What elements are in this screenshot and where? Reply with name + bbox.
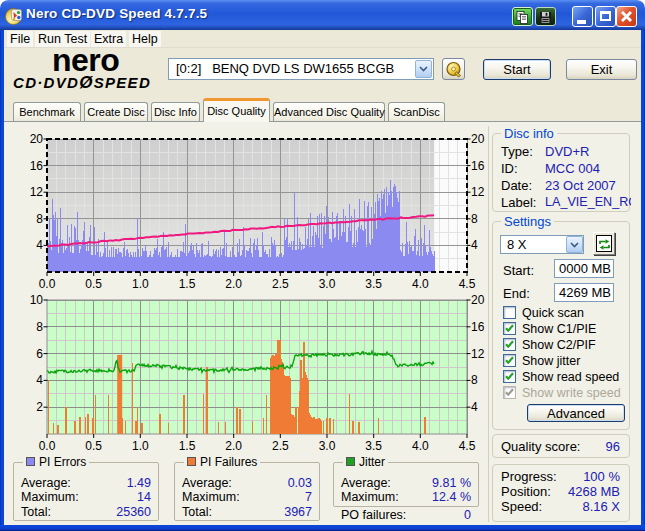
svg-text:3.0: 3.0 (319, 439, 336, 453)
svg-text:16: 16 (471, 320, 485, 334)
svg-text:8: 8 (36, 320, 43, 334)
svg-text:0.0: 0.0 (39, 277, 56, 291)
svg-text:10: 10 (30, 293, 44, 307)
svg-text:20: 20 (30, 132, 44, 146)
svg-text:4: 4 (471, 238, 478, 252)
svg-text:0.5: 0.5 (85, 439, 102, 453)
svg-text:3.0: 3.0 (319, 277, 336, 291)
svg-text:12: 12 (471, 347, 485, 361)
svg-text:0.0: 0.0 (39, 439, 56, 453)
svg-text:4.5: 4.5 (459, 277, 476, 291)
svg-text:3.5: 3.5 (365, 439, 382, 453)
svg-text:2.0: 2.0 (225, 439, 242, 453)
svg-text:2.5: 2.5 (272, 439, 289, 453)
svg-text:16: 16 (471, 159, 485, 173)
svg-text:3.5: 3.5 (365, 277, 382, 291)
svg-text:8: 8 (471, 212, 478, 226)
svg-text:4.0: 4.0 (412, 439, 429, 453)
svg-text:0.5: 0.5 (85, 277, 102, 291)
svg-text:12: 12 (471, 185, 485, 199)
svg-text:4: 4 (36, 373, 43, 387)
svg-text:1.0: 1.0 (132, 277, 149, 291)
svg-text:6: 6 (36, 347, 43, 361)
svg-text:16: 16 (30, 159, 44, 173)
svg-text:4.5: 4.5 (459, 439, 476, 453)
svg-text:1.5: 1.5 (179, 277, 196, 291)
svg-text:1.0: 1.0 (132, 439, 149, 453)
svg-text:8: 8 (471, 373, 478, 387)
svg-text:20: 20 (471, 293, 485, 307)
svg-text:12: 12 (30, 185, 44, 199)
svg-text:20: 20 (471, 132, 485, 146)
svg-text:2.5: 2.5 (272, 277, 289, 291)
svg-text:4.0: 4.0 (412, 277, 429, 291)
svg-text:8: 8 (36, 212, 43, 226)
svg-text:2.0: 2.0 (225, 277, 242, 291)
svg-text:4: 4 (471, 400, 478, 414)
svg-text:4: 4 (36, 238, 43, 252)
svg-text:1.5: 1.5 (179, 439, 196, 453)
svg-text:2: 2 (36, 400, 43, 414)
